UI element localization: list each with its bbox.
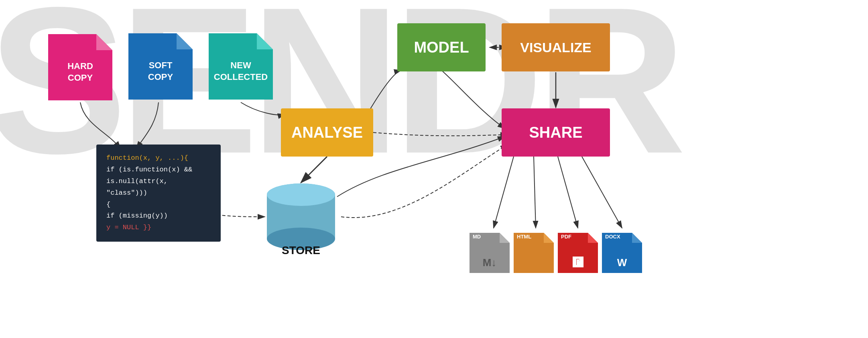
format-md: MD M↓ [470, 225, 510, 273]
svg-point-13 [267, 183, 335, 206]
format-html: HTML [514, 225, 554, 273]
box-analyse: ANALYSE [281, 108, 373, 157]
svg-marker-21 [632, 233, 642, 243]
svg-marker-15 [500, 233, 510, 243]
svg-marker-19 [588, 233, 598, 243]
doc-soft-copy: SOFTCOPY [128, 23, 193, 100]
doc-new-collected: NEWCOLLECTED [209, 23, 273, 100]
box-model: MODEL [397, 23, 486, 71]
svg-marker-17 [544, 233, 554, 243]
box-visualize: VISUALIZE [502, 23, 610, 71]
code-block: function(x, y, ...){ if (is.function(x) … [96, 145, 221, 242]
format-pdf: PDF 🅿 [558, 225, 598, 273]
box-share: SHARE [502, 108, 610, 157]
database-container: STORE [265, 181, 337, 253]
db-label: STORE [265, 244, 337, 257]
format-docx: DOCX W [602, 225, 642, 273]
doc-hard-copy: HARDCOPY [48, 24, 112, 100]
